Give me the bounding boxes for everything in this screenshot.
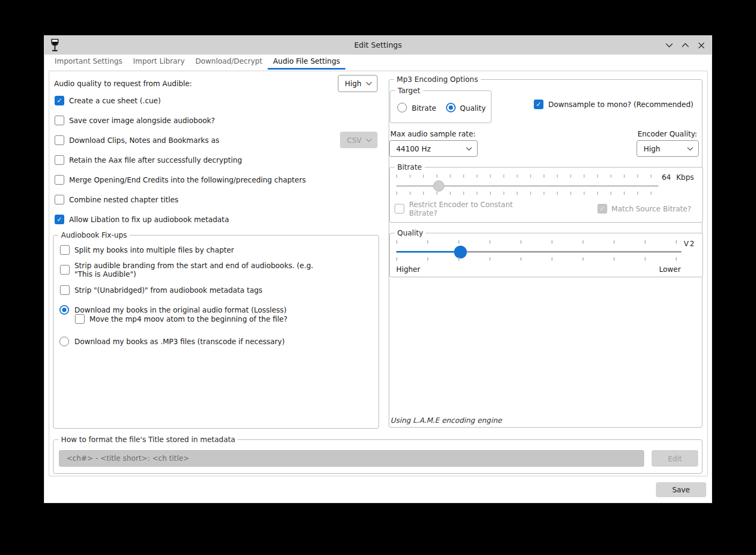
encoding-engine-note: Using L.A.M.E encoding engine (390, 416, 502, 424)
create-cue-label: Create a cue sheet (.cue) (69, 96, 161, 105)
max-sample-rate-select[interactable]: 44100 Hz (389, 140, 478, 157)
close-icon[interactable] (693, 36, 709, 55)
target-quality-radio[interactable] (446, 103, 456, 112)
window-title: Edit Settings (44, 36, 712, 55)
audio-quality-value: High (338, 79, 366, 88)
maximize-icon[interactable] (677, 36, 693, 55)
bitrate-title: Bitrate (395, 163, 425, 172)
target-group: Target Bitrate Quality (390, 90, 492, 123)
download-clips-label: Download Clips, Notes and Bookmarks as (69, 136, 220, 145)
restrict-cbr-label: Restrict Encoder to Constant Bitrate? (409, 200, 523, 217)
bitrate-value: 64 (662, 173, 671, 181)
title-format-group: How to format the file's Title stored in… (53, 439, 702, 474)
retain-aax-checkbox[interactable] (55, 155, 64, 165)
quality-lower-label: Lower (659, 265, 681, 273)
bitrate-group: Bitrate 64 Kbps Restrict Encoder to Cons… (389, 167, 703, 223)
bitrate-unit: Kbps (676, 173, 694, 181)
combine-nested-checkbox[interactable] (55, 195, 64, 204)
allow-fixup-checkbox[interactable] (55, 215, 64, 224)
quality-slider-handle[interactable] (454, 246, 467, 259)
download-lossless-radio[interactable] (59, 305, 69, 315)
download-lossless-label: Download my books in the original audio … (74, 306, 286, 314)
target-title: Target (395, 86, 423, 95)
bitrate-slider-ticks-bottom (396, 192, 660, 195)
move-moov-label: Move the mp4 moov atom to the beginning … (89, 315, 288, 323)
chevron-down-icon (366, 138, 372, 142)
quality-group: Quality V2 Higher Lower (389, 233, 703, 277)
allow-fixup-label: Allow Libation to fix up audiobook metad… (69, 215, 229, 224)
audiobook-fixups-title: Audiobook Fix-ups (58, 231, 130, 240)
minimize-icon[interactable] (661, 36, 677, 55)
encoder-quality-select[interactable]: High (637, 140, 699, 157)
create-cue-checkbox[interactable] (55, 96, 64, 105)
max-sample-rate-label: Max audio sample rate: (390, 130, 475, 138)
clips-format-select: CSV (340, 132, 377, 148)
encoder-quality-value: High (637, 145, 687, 153)
audio-quality-select[interactable]: High (338, 75, 377, 92)
tab-import-library[interactable]: Import Library (128, 55, 190, 70)
target-bitrate-label: Bitrate (412, 104, 436, 112)
edit-settings-window: Edit Settings Important Settings Import … (44, 35, 712, 503)
move-moov-checkbox[interactable] (75, 314, 85, 324)
downsample-mono-checkbox[interactable] (534, 100, 543, 109)
split-books-checkbox[interactable] (60, 245, 70, 255)
retain-aax-label: Retain the Aax file after successfully d… (69, 156, 242, 164)
chevron-down-icon (366, 81, 372, 86)
quality-slider-ticks-bottom (396, 257, 680, 261)
merge-credits-checkbox[interactable] (55, 175, 64, 185)
quality-title: Quality (395, 229, 426, 238)
edit-button: Edit (652, 450, 698, 467)
save-cover-label: Save cover image alongside audiobook? (69, 116, 215, 125)
combine-nested-label: Combine nested chapter titles (69, 195, 178, 204)
save-button[interactable]: Save (656, 482, 706, 497)
match-source-bitrate-label: Match Source Bitrate? (611, 204, 691, 213)
audiobook-fixups-group: Audiobook Fix-ups Split my books into mu… (53, 235, 379, 429)
quality-slider-fill (396, 251, 460, 253)
max-sample-rate-value: 44100 Hz (390, 145, 466, 153)
bitrate-slider-handle (433, 180, 444, 192)
downsample-mono-label: Downsample to mono? (Recommended) (548, 100, 693, 109)
quality-value: V2 (684, 239, 695, 248)
strip-unabridged-label: Strip "(Unabridged)" from audiobook meta… (74, 286, 262, 294)
mp3-encoding-group: Mp3 Encoding Options Target Bitrate Qual… (389, 79, 702, 428)
tab-bar: Important Settings Import Library Downlo… (44, 55, 712, 70)
bitrate-slider-ticks-top (396, 174, 660, 178)
window-controls (661, 36, 709, 55)
tab-audio-file-settings[interactable]: Audio File Settings (268, 55, 345, 70)
audio-quality-label: Audio quality to request from Audible: (54, 79, 192, 88)
tab-download-decrypt[interactable]: Download/Decrypt (190, 55, 268, 70)
quality-higher-label: Higher (396, 265, 420, 273)
download-mp3-radio[interactable] (59, 337, 69, 346)
tab-important-settings[interactable]: Important Settings (49, 55, 128, 70)
clips-format-value: CSV (341, 136, 366, 145)
encoder-quality-label: Encoder Quality: (638, 130, 697, 138)
quality-slider-ticks-top (396, 240, 680, 244)
save-cover-checkbox[interactable] (55, 116, 64, 125)
merge-credits-label: Merge Opening/End Credits into the follo… (69, 176, 306, 184)
download-clips-checkbox[interactable] (55, 135, 64, 145)
restrict-cbr-checkbox (395, 204, 404, 214)
split-books-label: Split my books into multiple files by ch… (74, 246, 234, 254)
strip-branding-checkbox[interactable] (60, 265, 70, 275)
match-source-bitrate-checkbox (598, 204, 607, 214)
target-quality-label: Quality (460, 104, 486, 112)
chevron-down-icon (466, 147, 472, 151)
mp3-encoding-title: Mp3 Encoding Options (394, 75, 481, 84)
strip-branding-label: Strip audible branding from the start an… (74, 261, 316, 278)
download-mp3-label: Download my books as .MP3 files (transco… (74, 337, 285, 346)
target-bitrate-radio[interactable] (397, 103, 407, 112)
title-format-input: <ch#> - <title short>: <ch title> (59, 450, 644, 467)
titlebar: Edit Settings (44, 36, 712, 55)
chevron-down-icon (687, 147, 693, 151)
title-format-title: How to format the file's Title stored in… (58, 435, 238, 444)
strip-unabridged-checkbox[interactable] (60, 285, 70, 295)
